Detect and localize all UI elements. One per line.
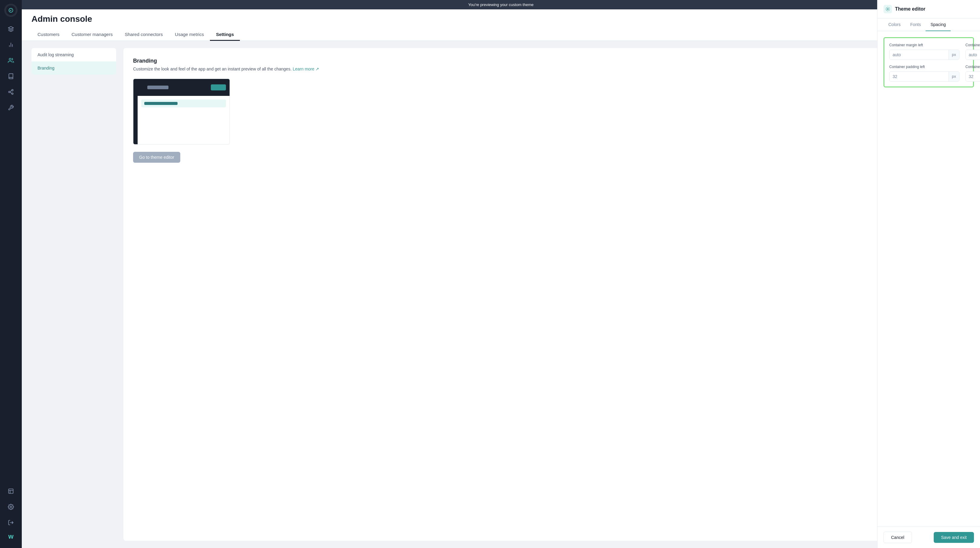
sidebar: w <box>0 0 22 548</box>
svg-rect-11 <box>9 489 13 494</box>
container-padding-right-field: Container padding right px <box>966 65 980 82</box>
container-padding-right-label: Container padding right <box>966 65 980 69</box>
theme-editor-header: Theme editor <box>877 0 980 19</box>
sidebar-item-settings[interactable] <box>4 500 18 514</box>
sidebar-item-layers[interactable] <box>4 22 18 36</box>
sidebar-nav <box>0 22 22 484</box>
tab-colors[interactable]: Colors <box>883 19 905 31</box>
settings-sidebar: Audit log streaming Branding <box>32 48 116 541</box>
settings-item-audit-log[interactable]: Audit log streaming <box>32 48 116 61</box>
container-padding-left-input[interactable] <box>889 71 948 81</box>
branding-title: Branding <box>133 58 961 64</box>
external-link-icon: ↗ <box>315 67 319 71</box>
content-area: Audit log streaming Branding Branding Cu… <box>22 41 980 548</box>
cancel-button[interactable]: Cancel <box>883 532 912 543</box>
sidebar-logo[interactable] <box>4 4 18 17</box>
sidebar-item-connections[interactable] <box>4 85 18 99</box>
preview-banner-text: You're previewing your custom theme <box>468 2 533 7</box>
theme-editor-content: Container margin left px Container margi… <box>877 31 980 527</box>
container-margin-right-input-group: px <box>966 49 980 60</box>
spacing-section: Container margin left px Container margi… <box>883 37 974 87</box>
tab-customer-managers[interactable]: Customer managers <box>66 29 119 41</box>
main-content: You're previewing your custom theme Admi… <box>22 0 980 548</box>
theme-editor-icon <box>883 5 892 13</box>
brand-logo: w <box>5 531 16 542</box>
container-margin-left-input[interactable] <box>889 50 948 60</box>
branding-description: Customize the look and feel of the app a… <box>133 67 961 71</box>
container-padding-left-unit: px <box>948 71 959 81</box>
spacing-padding-row: Container padding left px Container padd… <box>889 65 968 82</box>
container-margin-left-unit: px <box>948 50 959 60</box>
preview-highlighted-bar <box>144 102 178 105</box>
sidebar-item-tools[interactable] <box>4 100 18 115</box>
container-padding-left-field: Container padding left px <box>889 65 959 82</box>
tab-shared-connectors[interactable]: Shared connectors <box>119 29 169 41</box>
container-margin-right-label: Container margin right <box>966 43 980 47</box>
container-margin-left-input-group: px <box>889 49 959 60</box>
theme-editor-tabs: Colors Fonts Spacing <box>877 19 980 31</box>
svg-point-8 <box>12 93 13 94</box>
tab-settings[interactable]: Settings <box>210 29 240 41</box>
settings-card: Audit log streaming Branding <box>32 48 116 75</box>
theme-editor-footer: Cancel Save and exit <box>877 527 980 548</box>
admin-header: Admin console Customers Customer manager… <box>22 10 980 41</box>
preview-nav-pill <box>147 86 169 89</box>
container-margin-right-input[interactable] <box>966 50 980 60</box>
tab-fonts[interactable]: Fonts <box>905 19 926 31</box>
container-padding-left-label: Container padding left <box>889 65 959 69</box>
preview-empty <box>141 110 226 125</box>
svg-point-7 <box>9 91 10 93</box>
go-to-theme-button[interactable]: Go to theme editor <box>133 152 180 163</box>
tab-spacing[interactable]: Spacing <box>926 19 951 31</box>
svg-point-5 <box>9 58 11 60</box>
preview-banner: You're previewing your custom theme <box>22 0 980 10</box>
container-padding-right-input[interactable] <box>966 71 980 81</box>
sidebar-item-users[interactable] <box>4 53 18 68</box>
page-title: Admin console <box>32 14 970 24</box>
container-padding-left-input-group: px <box>889 71 959 82</box>
learn-more-text: Learn more <box>293 67 315 71</box>
settings-item-branding[interactable]: Branding <box>32 61 116 75</box>
preview-body-sidebar <box>134 96 138 144</box>
container-margin-right-field: Container margin right px <box>966 43 980 60</box>
container-margin-left-field: Container margin left px <box>889 43 959 60</box>
nav-tabs: Customers Customer managers Shared conne… <box>32 29 970 41</box>
tab-customers[interactable]: Customers <box>32 29 66 41</box>
theme-preview <box>133 79 230 145</box>
svg-line-9 <box>10 92 12 93</box>
theme-editor-panel: Theme editor Colors Fonts Spacing Contai… <box>877 0 980 548</box>
learn-more-link[interactable]: Learn more ↗ <box>293 67 319 71</box>
container-padding-right-input-group: px <box>966 71 980 82</box>
sidebar-item-logout[interactable] <box>4 515 18 530</box>
sidebar-bottom: w <box>4 484 18 544</box>
logo-icon <box>6 5 16 15</box>
preview-highlighted-row <box>141 100 226 107</box>
theme-editor-title: Theme editor <box>895 6 925 12</box>
branding-description-text: Customize the look and feel of the app a… <box>133 67 293 71</box>
preview-cta-button <box>211 84 226 91</box>
tab-usage-metrics[interactable]: Usage metrics <box>169 29 210 41</box>
svg-point-12 <box>10 506 12 508</box>
preview-sidebar <box>137 81 141 94</box>
sidebar-item-chart[interactable] <box>4 38 18 52</box>
sidebar-item-book[interactable] <box>4 69 18 83</box>
preview-header <box>134 79 229 96</box>
sidebar-item-reports[interactable] <box>4 484 18 499</box>
branding-panel: Branding Customize the look and feel of … <box>123 48 970 541</box>
save-and-exit-button[interactable]: Save and exit <box>934 532 974 543</box>
svg-point-6 <box>12 89 13 91</box>
container-margin-left-label: Container margin left <box>889 43 959 47</box>
svg-point-14 <box>887 8 888 10</box>
svg-marker-1 <box>8 27 14 29</box>
spacing-margin-row: Container margin left px Container margi… <box>889 43 968 60</box>
preview-body <box>134 96 229 144</box>
preview-nav <box>145 84 226 91</box>
preview-body-content <box>138 96 229 144</box>
svg-line-10 <box>10 91 12 91</box>
